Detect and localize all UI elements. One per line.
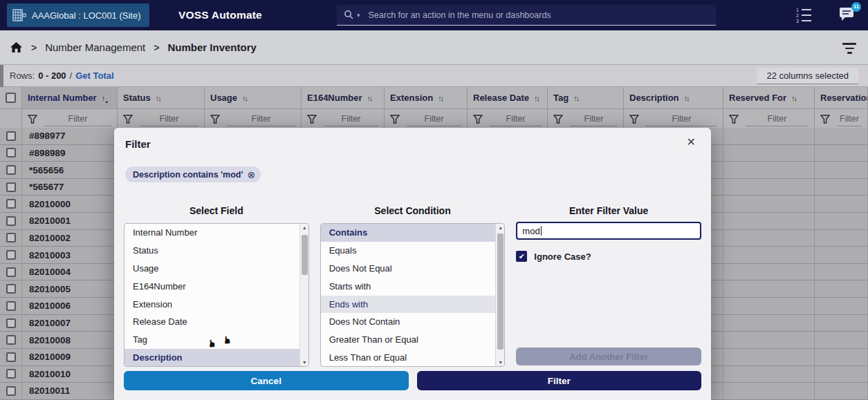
row-checkbox[interactable] (6, 386, 16, 396)
column-filter-input[interactable]: Filter (490, 111, 542, 126)
scrollbar-thumb[interactable] (497, 234, 504, 350)
scrollbar-thumb[interactable] (302, 235, 308, 275)
condition-option-ends-with[interactable]: Ends with (321, 296, 505, 314)
close-icon[interactable]: ✕ (687, 137, 696, 148)
field-option-description[interactable]: Description (124, 349, 308, 367)
internal-number-cell: 82010004 (22, 264, 118, 280)
funnel-icon[interactable] (473, 115, 483, 124)
column-filter-input[interactable]: Filter (44, 111, 111, 126)
column-header-e164number[interactable]: E164Number↑↓ (302, 87, 385, 108)
column-header-reservation-not[interactable]: Reservation not↑↓ (815, 87, 868, 108)
column-filter-input[interactable]: Filter (837, 111, 862, 126)
condition-option-does-not-equal[interactable]: Does Not Equal (321, 260, 505, 278)
transaction-list-icon[interactable]: 1 2 3 (796, 8, 811, 23)
field-option-usage[interactable]: Usage (124, 260, 308, 278)
field-option-status[interactable]: Status (124, 242, 308, 260)
row-checkbox[interactable] (6, 284, 16, 294)
condition-list-scrollbar[interactable]: ▲ ▼ (495, 224, 504, 366)
row-checkbox[interactable] (6, 301, 16, 311)
funnel-icon[interactable] (210, 115, 220, 124)
sort-ascending-icon[interactable]: ↑▲ (102, 94, 104, 102)
select-all-checkbox[interactable] (6, 93, 16, 103)
notifications-button[interactable]: 11 (838, 6, 856, 25)
sort-icon[interactable]: ↑↓ (367, 94, 371, 102)
cancel-button[interactable]: Cancel (124, 371, 409, 390)
get-total-link[interactable]: Get Total (75, 70, 113, 81)
filter-lines-icon[interactable] (842, 43, 857, 54)
column-filter-input[interactable]: Filter (140, 111, 198, 126)
row-checkbox[interactable] (6, 216, 16, 226)
column-filter-input[interactable]: Filter (324, 111, 378, 126)
row-checkbox[interactable] (6, 131, 16, 141)
row-checkbox[interactable] (6, 165, 16, 175)
row-checkbox[interactable] (6, 182, 16, 192)
row-checkbox[interactable] (6, 352, 16, 362)
sort-icon[interactable]: ↑↓ (791, 94, 796, 102)
chevron-down-icon[interactable]: ▾ (357, 12, 360, 19)
condition-option-starts-with[interactable]: Starts with (321, 278, 505, 296)
column-filter-input[interactable]: Filter (570, 111, 618, 126)
remove-filter-icon[interactable]: ⊗ (247, 170, 255, 180)
column-header-release-date[interactable]: Release Date↑↓ (468, 87, 548, 108)
filter-value-input[interactable]: mod (516, 222, 701, 240)
ignore-case-checkbox[interactable]: ✔ (516, 251, 527, 262)
field-option-e164number[interactable]: E164Number (124, 278, 308, 296)
site-selector[interactable]: AAAGlobal : LOC001 (Site) (7, 3, 149, 27)
row-checkbox[interactable] (6, 250, 16, 260)
field-option-internal-number[interactable]: Internal Number (124, 224, 308, 242)
column-header-tag[interactable]: Tag↑↓ (548, 87, 624, 108)
condition-option-does-not-contain[interactable]: Does Not Contain (321, 313, 505, 331)
ignore-case-option[interactable]: ✔ Ignore Case? (516, 251, 701, 262)
column-header-description[interactable]: Description↑↓ (624, 87, 723, 108)
sort-icon[interactable]: ↑↓ (156, 94, 160, 102)
global-search[interactable]: ▾ Search for an action in the menu or da… (337, 5, 716, 26)
column-header-reserved-for[interactable]: Reserved For↑↓ (723, 87, 815, 108)
scroll-down-icon[interactable]: ▼ (496, 360, 505, 365)
column-filter-input[interactable]: Filter (646, 111, 717, 126)
column-filter-input[interactable]: Filter (227, 111, 295, 126)
field-list-scrollbar[interactable]: ▲ ▼ (299, 224, 308, 366)
row-checkbox[interactable] (6, 335, 16, 345)
scroll-up-icon[interactable]: ▲ (496, 225, 505, 230)
funnel-icon[interactable] (28, 115, 37, 124)
sort-icon[interactable]: ↑↓ (534, 94, 539, 102)
funnel-icon[interactable] (729, 115, 739, 124)
row-checkbox[interactable] (6, 369, 16, 379)
row-checkbox[interactable] (6, 318, 16, 328)
column-header-usage[interactable]: Usage↑↓ (205, 87, 302, 108)
row-checkbox[interactable] (6, 233, 16, 242)
funnel-icon[interactable] (390, 115, 400, 124)
funnel-icon[interactable] (629, 115, 639, 124)
field-option-extension[interactable]: Extension (124, 296, 308, 314)
column-filter-input[interactable]: Filter (746, 111, 809, 126)
column-header-status[interactable]: Status↑↓ (118, 87, 205, 108)
column-header-internal-number[interactable]: Internal Number↑▲ (22, 87, 118, 108)
row-checkbox[interactable] (6, 199, 16, 209)
condition-option-contains[interactable]: Contains (321, 224, 505, 242)
columns-selected-button[interactable]: 22 columns selected (757, 68, 858, 84)
sort-icon[interactable]: ↑↓ (573, 94, 578, 102)
field-option-release-date[interactable]: Release Date (124, 313, 308, 331)
row-checkbox[interactable] (6, 267, 16, 277)
condition-option-equals[interactable]: Equals (321, 242, 505, 260)
condition-option-less-than-or-equal[interactable]: Less Than or Equal (321, 349, 505, 367)
row-checkbox[interactable] (6, 148, 16, 158)
column-label: Extension (390, 93, 433, 103)
scroll-down-icon[interactable]: ▼ (300, 360, 309, 365)
funnel-icon[interactable] (820, 115, 830, 124)
sort-icon[interactable]: ↑↓ (438, 94, 443, 102)
sort-icon[interactable]: ↑↓ (242, 94, 247, 102)
scroll-up-icon[interactable]: ▲ (300, 225, 309, 230)
filter-apply-button[interactable]: Filter (417, 371, 702, 390)
funnel-icon[interactable] (123, 115, 133, 124)
funnel-icon[interactable] (307, 115, 317, 124)
sort-icon[interactable]: ↑↓ (684, 94, 689, 102)
condition-option-greater-than-or-equal[interactable]: Greater Than or Equal (321, 331, 505, 349)
home-icon[interactable] (10, 41, 23, 53)
add-another-filter-button[interactable]: Add Another Filter (516, 347, 701, 365)
funnel-icon[interactable] (553, 115, 563, 124)
column-header-extension[interactable]: Extension↑↓ (385, 87, 468, 108)
row-checkbox-cell (0, 179, 22, 196)
breadcrumb-item-number-management[interactable]: Number Management (45, 41, 145, 53)
column-filter-input[interactable]: Filter (407, 111, 461, 126)
